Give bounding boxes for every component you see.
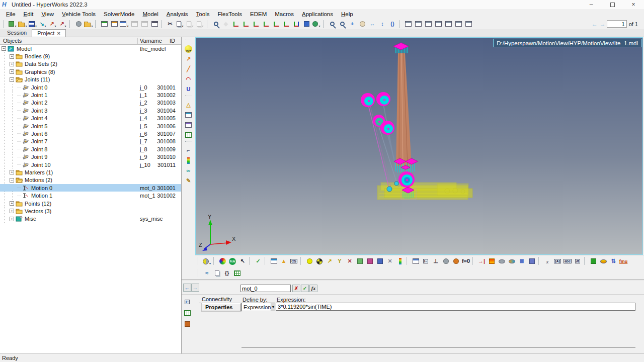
entity-display-icon[interactable] [184,130,193,139]
tree-item-label[interactable]: Motion 0 [31,185,52,191]
legend-icon[interactable] [487,257,496,266]
cut-icon[interactable]: ✂ [166,20,175,29]
tree-item-label[interactable]: Joint 6 [31,131,47,137]
tree-row[interactable]: Joint 7j_7301008 [0,138,182,145]
gear-icon[interactable] [441,257,450,266]
translate-v-icon[interactable]: ↕ [378,20,387,29]
chevron-down-icon[interactable]: ▼ [271,303,275,311]
tree-row[interactable]: Joint 4j_4301005 [0,115,182,122]
expand-icon[interactable]: + [10,69,14,74]
xyz-point-icon[interactable]: XYZ [184,44,193,53]
panel-back-button[interactable]: ← [183,284,191,292]
color-wheel-icon[interactable] [218,257,227,266]
screen-capture-icon[interactable] [302,20,311,29]
menu-item-applications[interactable]: Applications [298,10,337,18]
open-session-icon-dropdown[interactable]: ▾ [25,24,27,29]
export-icon-dropdown[interactable]: ▾ [55,24,56,29]
tree-row[interactable]: Joint 6j_6301007 [0,130,182,137]
translate-h-icon[interactable]: ↔ [368,20,377,29]
tab-properties[interactable]: Properties [202,303,241,311]
tree-item-label[interactable]: Joint 3 [31,108,47,114]
tree-row[interactable]: −Modelthe_model [0,45,182,52]
menu-item-flextools[interactable]: FlexTools [213,10,246,18]
timer-icon[interactable] [451,257,460,266]
expand-page-icon[interactable] [444,20,453,29]
tree-item-label[interactable]: Misc [25,216,36,222]
copy-icon-dropdown[interactable]: ▾ [182,24,183,29]
tab-session[interactable]: Session [2,29,32,37]
swap-window-icon[interactable] [130,20,139,29]
view-yz-icon[interactable] [282,20,291,29]
window-layout-icon[interactable]: ▾ [120,20,129,29]
sketch-icon[interactable]: ✎ [184,176,193,185]
minimize-button[interactable]: – [581,0,602,9]
open-session-icon[interactable]: ▾ [18,20,27,29]
initial-condition-icon[interactable]: f=0 [461,257,470,266]
window-layout-icon-dropdown[interactable]: ▾ [127,24,128,29]
tree-item-label[interactable]: Joint 10 [31,162,51,168]
shaded-display-icon[interactable]: ▾ [202,257,211,266]
menu-item-view[interactable]: View [37,10,58,18]
collapse-icon[interactable]: − [2,46,6,51]
tree-item-label[interactable]: Joint 4 [31,115,47,121]
tree-row[interactable]: Joint 1j_1301002 [0,91,182,99]
tree-row[interactable]: Joint 8j_8301009 [0,145,182,153]
user-profile-icon[interactable] [74,20,83,29]
menu-item-vehicle-tools[interactable]: Vehicle Tools [58,10,100,18]
paste-special-icon-dropdown[interactable]: ▾ [202,24,203,29]
view-yx-icon[interactable] [231,20,240,29]
report-icon[interactable] [269,257,278,266]
publish-ppt-icon-dropdown[interactable]: ▾ [65,24,66,29]
select-arrow-icon[interactable]: ↖ [238,257,247,266]
tree-row[interactable]: +Miscsys_misc [0,215,182,223]
tree-item-label[interactable]: Vectors (3) [25,208,51,214]
view-zy-icon[interactable] [272,20,281,29]
tree-item-label[interactable]: Bodies (9) [25,53,50,59]
tree-item-label[interactable]: Graphics (8) [25,69,55,75]
tree-item-label[interactable]: Markers (1) [25,169,53,175]
tree-item-label[interactable]: Joint 5 [31,123,47,129]
display-options-icon[interactable] [184,120,193,129]
copy-icon[interactable]: ▾ [176,20,185,29]
menu-item-help[interactable]: Help [337,10,357,18]
deformed-shape-icon[interactable] [411,257,420,266]
io-arrows-icon[interactable]: ⇅ [609,257,618,266]
stereo-glasses-icon[interactable]: ∞ [184,166,193,175]
actuator-icon[interactable]: ⊥ [431,257,440,266]
tab-connectivity[interactable]: Connectivity [199,296,241,303]
tree-row[interactable]: +Markers (1) [0,168,182,176]
varname-input[interactable] [240,285,291,292]
trace-icon[interactable]: →| [477,257,486,266]
expression-input[interactable] [276,303,635,311]
derivative-icon[interactable]: ∂t [573,257,582,266]
cg-ball-icon[interactable] [315,257,324,266]
color-stack-icon[interactable] [184,156,193,165]
tree-item-label[interactable]: Joints (11) [25,76,50,82]
run-solver-icon[interactable]: RUN [228,257,237,266]
open-model-icon-dropdown[interactable]: ▾ [91,24,93,29]
tree-row[interactable]: +Vectors (3) [0,207,182,215]
tree-row[interactable]: Joint 0j_0301001 [0,83,182,91]
tree-row[interactable]: −Motions (2) [0,176,182,184]
delete-window-icon[interactable] [454,20,463,29]
expand-icon[interactable]: + [10,217,14,221]
matrix-icon[interactable]: [A] [553,257,562,266]
menu-item-model[interactable]: Model [138,10,162,18]
arc-icon[interactable]: ◠ [184,74,193,83]
inertia-icon[interactable] [507,257,516,266]
image-tool-icon[interactable] [183,319,192,328]
viewport-3d[interactable]: D:/Hyperspawn/MotionView/HYP/MotionView/… [195,37,643,255]
vehicle-icon[interactable] [599,257,608,266]
vector-arrow-icon[interactable]: ↗ [184,54,193,63]
save-session-icon-dropdown[interactable]: ▾ [35,24,37,29]
tree-row[interactable]: Joint 9j_9301010 [0,153,182,160]
tree-item-label[interactable]: Joint 1 [31,92,47,98]
tree-item-label[interactable]: Joint 0 [31,84,47,90]
pan-icon[interactable] [358,20,367,29]
motion-tool-icon[interactable]: I~ [183,297,192,306]
menu-item-tools[interactable]: Tools [192,10,214,18]
fit-view-icon[interactable]: + [348,20,357,29]
page-number-input[interactable] [607,20,627,28]
view-zx-icon[interactable] [252,20,261,29]
add-window-icon[interactable] [404,20,413,29]
